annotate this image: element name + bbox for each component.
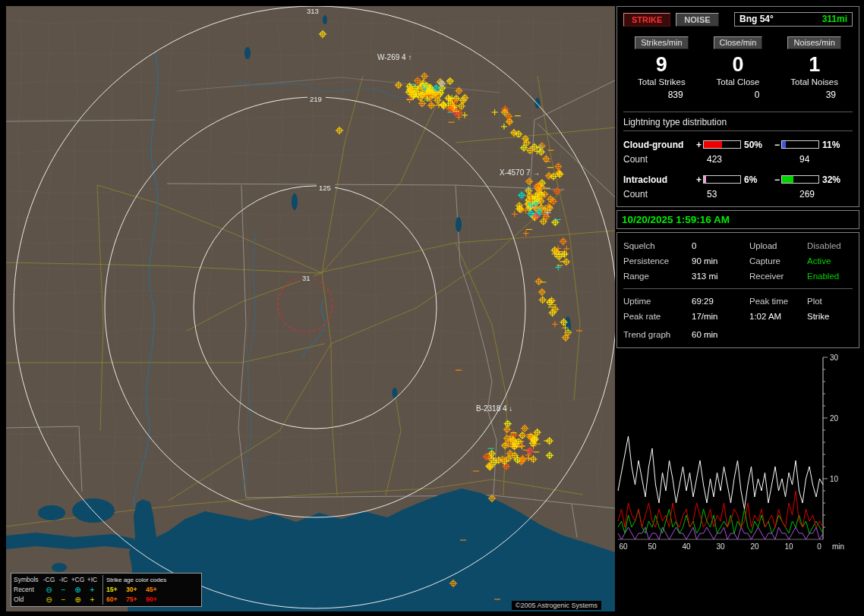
bearing-box: Bng 54° 311mi [734,12,853,27]
strike-button[interactable]: STRIKE [623,13,670,27]
cg-plus-old-icon: ⊕ [71,596,85,604]
strikes-per-min-button[interactable]: Strikes/min [635,36,688,49]
upload-status: Disabled [807,241,853,250]
age-15: 15+ [106,585,126,595]
svg-text:40: 40 [682,542,691,550]
cloud-ground-row: Cloud-ground + 50% − 11% [623,138,853,151]
map-legend: Symbols -CG -IC +CG +IC Recent ⊖ − ⊕ + O… [11,573,202,607]
noises-per-min-button[interactable]: Noises/min [787,36,840,49]
svg-text:min: min [832,542,844,550]
copyright-text: ©2005 Astrogenic Systems [512,601,601,610]
settings-row: Squelch 0 Upload Disabled [623,238,853,253]
bar-fill [704,141,722,148]
squelch-label: Squelch [623,241,692,250]
age-30: 30+ [126,585,146,595]
trend-graph: 1020306050403020100min [616,351,858,550]
svg-text:B-2318 4 ↓: B-2318 4 ↓ [476,404,512,413]
datetime-panel: 10/20/2025 1:59:16 AM [616,210,859,229]
trend-graph-label: Trend graph [623,330,692,339]
map-canvas: 31321912531 W-269 4 ↑X-4570 7 →B-2318 4 … [6,6,615,611]
noises-rate: 1 [776,52,853,77]
minus-sign: − [773,174,781,185]
svg-text:20: 20 [830,414,839,423]
legend-col-cg-minus: -CG [42,575,56,585]
app-window: { "map": { "land_color": "#5d5349", "wat… [0,0,864,616]
range-value: 313 mi [692,272,749,281]
ic-negative-pct: 32% [819,174,847,185]
ic-negative-count: 269 [790,189,815,201]
cg-negative-count: 94 [790,154,809,166]
age-60: 60+ [106,595,126,605]
plus-sign: + [695,174,703,185]
ic-positive-pct: 6% [741,174,773,185]
legend-recent-label: Recent [14,585,42,595]
range-label: Range [623,272,692,281]
receiver-status: Enabled [807,272,853,281]
svg-text:60: 60 [619,542,628,550]
total-noises-value: 39 [776,90,853,102]
capture-status: Active [807,256,853,266]
mode-row: STRIKE NOISE Bng 54° 311mi [623,12,853,27]
svg-text:0: 0 [817,542,821,550]
uptime-label: Uptime [623,297,692,306]
noise-button[interactable]: NOISE [676,13,718,27]
legend-old-label: Old [14,595,42,605]
svg-text:219: 219 [310,95,322,103]
age-75: 75+ [126,595,146,605]
svg-text:10: 10 [784,542,793,550]
legend-age-row-1: 15+ 30+ 45+ [106,585,199,595]
capture-label: Capture [749,256,807,266]
intracloud-row: Intracloud + 6% − 32% [623,173,853,186]
status-row: Uptime 69:29 Peak time Plot [623,294,853,309]
svg-text:30: 30 [716,542,725,550]
trend-graph-row: Trend graph 60 min [623,327,853,342]
cg-positive-pct: 50% [741,140,773,150]
uptime-value: 69:29 [692,297,749,306]
legend-age-title: Strike age color codes [106,575,199,585]
ic-plus-old-icon: + [85,596,99,604]
svg-text:313: 313 [307,7,319,15]
ic-minus-old-icon: − [56,596,71,604]
ic-minus-recent-icon: − [56,586,71,594]
cg-positive-bar [703,140,741,149]
plot-value: Strike [807,312,853,321]
peak-rate-value: 17/min [692,312,749,321]
trend-graph-value: 60 min [692,330,853,339]
sidebar: STRIKE NOISE Bng 54° 311mi Strikes/min C… [616,6,859,611]
plot-label: Plot [807,297,853,306]
svg-text:31: 31 [302,274,311,282]
bar-fill [704,176,706,183]
close-rate: 0 [700,52,777,77]
legend-header-row: Symbols -CG -IC +CG +IC [14,575,99,585]
squelch-value: 0 [692,241,749,250]
cg-plus-recent-icon: ⊕ [71,586,85,594]
plus-sign: + [695,140,703,150]
ic-positive-count: 53 [695,189,790,201]
age-90: 90+ [146,595,166,605]
legend-symbols-title: Symbols [14,575,42,585]
stats-panel: STRIKE NOISE Bng 54° 311mi Strikes/min C… [616,6,859,207]
bar-fill [782,176,793,183]
total-close-label: Total Close [700,77,777,90]
legend-recent-row: Recent ⊖ − ⊕ + [14,585,99,595]
peak-time-label: Peak time [749,297,807,306]
svg-text:30: 30 [830,354,839,362]
legend-col-ic-plus: +IC [85,575,99,585]
svg-text:X-4570 7 →: X-4570 7 → [500,168,540,177]
cg-minus-recent-icon: ⊖ [42,586,56,594]
settings-panel: Squelch 0 Upload Disabled Persistence 90… [616,232,859,348]
peak-time-value: 1:02 AM [749,312,807,321]
peak-rate-label: Peak rate [623,312,692,321]
total-close-value: 0 [700,90,777,102]
settings-row: Persistence 90 min Capture Active [623,253,853,269]
datetime-text: 10/20/2025 1:59:16 AM [622,214,730,225]
legend-old-row: Old ⊖ − ⊕ + [14,595,99,605]
bearing-range: 311mi [822,14,847,25]
receiver-label: Receiver [749,272,807,281]
ic-plus-recent-icon: + [85,586,99,594]
svg-text:10: 10 [830,475,839,483]
total-strikes-value: 839 [623,90,700,102]
lightning-map[interactable]: 31321912531 W-269 4 ↑X-4570 7 →B-2318 4 … [6,6,615,611]
legend-col-ic-minus: -IC [56,575,71,585]
close-per-min-button[interactable]: Close/min [714,36,763,49]
